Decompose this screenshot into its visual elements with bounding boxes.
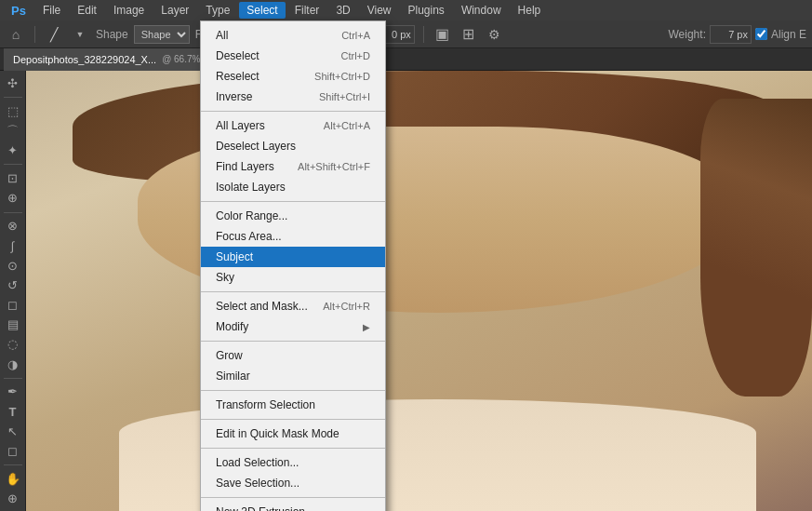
menu-item-modify[interactable]: Modify ▶ [201, 316, 385, 337]
menu-item-select-and-mask[interactable]: Select and Mask... Alt+Ctrl+R [201, 296, 385, 316]
tool-gradient[interactable]: ▤ [2, 316, 24, 333]
tool-separator-4 [4, 378, 22, 379]
brush-dropdown[interactable]: ▼ [70, 24, 90, 45]
home-icon[interactable]: ⌂ [6, 24, 26, 45]
menu-item-edit-quick-mask[interactable]: Edit in Quick Mask Mode [201, 424, 385, 444]
tool-separator-1 [4, 97, 22, 98]
tool-eraser[interactable]: ◻ [2, 296, 24, 314]
tool-separator-2 [4, 164, 22, 165]
tool-path-select[interactable]: ↖ [2, 423, 24, 440]
settings-icon[interactable]: ⚙ [485, 24, 505, 45]
shape-label: Shape [96, 28, 128, 41]
align-checkbox[interactable] [755, 28, 767, 40]
tool-type[interactable]: T [2, 403, 24, 421]
toolbar-separator-1 [34, 26, 35, 43]
menu-separator-4 [201, 341, 385, 342]
menu-view[interactable]: View [360, 2, 399, 19]
align-label: Align E [771, 28, 806, 41]
menu-window[interactable]: Window [454, 2, 509, 19]
tool-rect-select[interactable]: ⬚ [2, 102, 24, 120]
menu-separator-8 [201, 497, 385, 498]
canvas-image [26, 71, 812, 511]
menu-separator-5 [201, 390, 385, 391]
options-toolbar: ⌂ ╱ ▼ Shape Shape Fill: W: ⇔ H: ▣ ⊞ ⚙ We… [0, 20, 812, 48]
menu-image[interactable]: Image [106, 2, 152, 19]
ps-logo-menu[interactable]: Ps [4, 2, 33, 20]
menu-separator-3 [201, 291, 385, 292]
canvas-area [26, 71, 812, 511]
toolbar-right: Weight: Align E [669, 25, 807, 44]
menu-layer[interactable]: Layer [153, 2, 196, 19]
menu-item-inverse[interactable]: Inverse Shift+Ctrl+I [201, 87, 385, 107]
tab-title: Depositphotos_328229024_X... [13, 54, 156, 65]
tool-move[interactable]: ✣ [2, 74, 24, 92]
toolbar-separator-3 [423, 26, 424, 43]
menu-item-isolate-layers[interactable]: Isolate Layers [201, 177, 385, 197]
menu-item-sky[interactable]: Sky [201, 267, 385, 288]
align-center-icon[interactable]: ⊞ [459, 24, 479, 45]
menu-item-color-range[interactable]: Color Range... [201, 206, 385, 226]
menu-item-focus-area[interactable]: Focus Area... [201, 226, 385, 247]
main-area: ✣ ⬚ ⌒ ✦ ⊡ ⊕ ⊗ ∫ ⊙ ↺ ◻ ▤ ◌ ◑ ✒ T ↖ ◻ ✋ ⊕ [0, 71, 812, 511]
tool-separator-3 [4, 212, 22, 213]
menu-item-all-layers[interactable]: All Layers Alt+Ctrl+A [201, 115, 385, 136]
menu-item-deselect[interactable]: Deselect Ctrl+D [201, 46, 385, 66]
menu-item-reselect[interactable]: Reselect Shift+Ctrl+D [201, 66, 385, 87]
tools-panel: ✣ ⬚ ⌒ ✦ ⊡ ⊕ ⊗ ∫ ⊙ ↺ ◻ ▤ ◌ ◑ ✒ T ↖ ◻ ✋ ⊕ [0, 71, 26, 511]
menu-item-new-3d-extrusion[interactable]: New 3D Extrusion [201, 502, 385, 511]
menu-help[interactable]: Help [511, 2, 549, 19]
tool-zoom[interactable]: ⊕ [2, 490, 24, 507]
menu-bar: Ps File Edit Image Layer Type Select Fil… [0, 0, 812, 20]
shape-select[interactable]: Shape [134, 25, 190, 44]
tool-hand[interactable]: ✋ [2, 470, 24, 488]
align-left-icon[interactable]: ▣ [433, 24, 453, 45]
tool-crop[interactable]: ⊡ [2, 169, 24, 187]
menu-select[interactable]: Select [239, 2, 285, 19]
tool-magic-wand[interactable]: ✦ [2, 141, 24, 159]
weight-input[interactable] [710, 25, 752, 44]
tool-blur[interactable]: ◌ [2, 335, 24, 353]
tool-history[interactable]: ↺ [2, 276, 24, 294]
tool-dodge[interactable]: ◑ [2, 355, 24, 372]
tool-shape[interactable]: ◻ [2, 442, 24, 460]
tool-heal[interactable]: ⊗ [2, 217, 24, 235]
tool-eyedropper[interactable]: ⊕ [2, 189, 24, 207]
tool-brush[interactable]: ∫ [2, 236, 24, 254]
menu-file[interactable]: File [35, 2, 68, 19]
tool-pen[interactable]: ✒ [2, 383, 24, 400]
menu-separator-1 [201, 111, 385, 112]
menu-item-all[interactable]: All Ctrl+A [201, 25, 385, 46]
menu-separator-7 [201, 448, 385, 449]
menu-item-subject[interactable]: Subject [201, 247, 385, 267]
menu-filter[interactable]: Filter [287, 2, 327, 19]
menu-3d[interactable]: 3D [328, 2, 357, 19]
brush-tool-icon[interactable]: ╱ [44, 24, 64, 45]
tool-separator-5 [4, 464, 22, 465]
menu-item-save-selection[interactable]: Save Selection... [201, 473, 385, 493]
menu-item-transform-selection[interactable]: Transform Selection [201, 395, 385, 415]
menu-item-grow[interactable]: Grow [201, 345, 385, 366]
hair-right [700, 99, 812, 397]
menu-separator-2 [201, 201, 385, 202]
weight-label: Weight: [669, 28, 706, 41]
tool-lasso[interactable]: ⌒ [2, 122, 24, 140]
menu-item-find-layers[interactable]: Find Layers Alt+Shift+Ctrl+F [201, 156, 385, 177]
photoshop-app: Ps File Edit Image Layer Type Select Fil… [0, 0, 812, 511]
menu-item-deselect-layers[interactable]: Deselect Layers [201, 136, 385, 156]
menu-item-similar[interactable]: Similar [201, 366, 385, 386]
menu-separator-6 [201, 419, 385, 420]
tab-bar: Depositphotos_328229024_X... @ 66.7% (Ba… [0, 48, 812, 71]
modify-submenu-arrow: ▶ [363, 322, 370, 332]
tool-clone[interactable]: ⊙ [2, 257, 24, 275]
menu-item-load-selection[interactable]: Load Selection... [201, 452, 385, 473]
menu-type[interactable]: Type [198, 2, 237, 19]
menu-plugins[interactable]: Plugins [401, 2, 452, 19]
menu-edit[interactable]: Edit [70, 2, 104, 19]
select-dropdown-menu: All Ctrl+A Deselect Ctrl+D Reselect Shif… [200, 20, 386, 511]
